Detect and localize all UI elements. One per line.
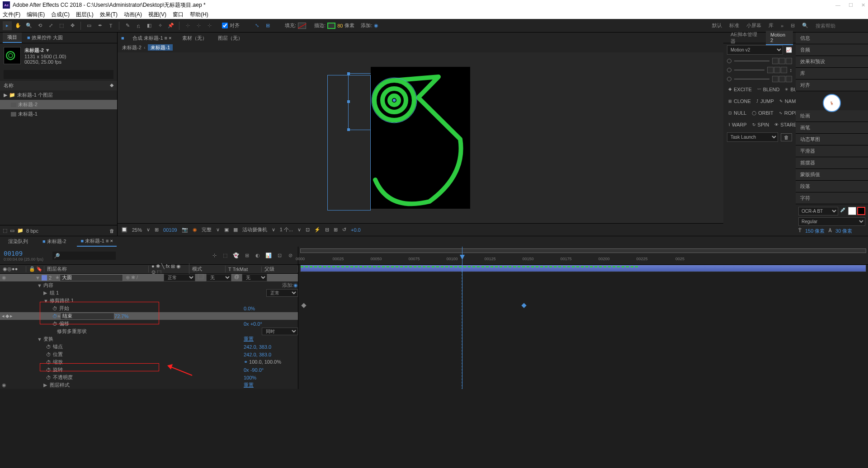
font-size-value[interactable]: 150 像素 bbox=[805, 228, 825, 234]
start-value[interactable]: 0.0% bbox=[244, 306, 298, 311]
reset-link2[interactable]: 重置 bbox=[244, 382, 298, 388]
exposure-value[interactable]: +0.0 bbox=[351, 227, 361, 233]
brush-tool-icon[interactable]: ✎ bbox=[123, 21, 132, 30]
stopwatch-icon[interactable]: ⏱ bbox=[52, 306, 57, 311]
panel-paragraph[interactable]: 段落 bbox=[796, 181, 868, 192]
panel-character[interactable]: 字符 bbox=[796, 192, 868, 204]
fill-swatch[interactable] bbox=[298, 23, 306, 29]
position-value[interactable]: 242.0, 383.0 bbox=[244, 352, 298, 357]
menu-window[interactable]: 窗口 bbox=[173, 11, 184, 19]
project-tree[interactable]: ▶📁未标题-1 个图层 未标题-2 未标题-1 bbox=[0, 90, 117, 225]
prop-end[interactable]: ◂◆▸⏱≈72.7% bbox=[0, 312, 298, 320]
panel-audio[interactable]: 音频 bbox=[796, 44, 868, 56]
draft3d-icon[interactable]: ⬚ bbox=[221, 252, 229, 260]
panel-maskinterp[interactable]: 蒙版插值 bbox=[796, 169, 868, 181]
panel-library[interactable]: 库 bbox=[796, 68, 868, 80]
col-name[interactable]: 名称 bbox=[4, 83, 14, 88]
slider3-radio[interactable] bbox=[727, 77, 731, 81]
timeline-search-input[interactable] bbox=[52, 252, 116, 260]
task-trash-icon[interactable]: 🗑 bbox=[781, 133, 792, 141]
font-select[interactable]: OCR-A BT bbox=[798, 207, 838, 215]
panel-info[interactable]: 信息 bbox=[796, 33, 868, 44]
workspace-overflow-icon[interactable]: » bbox=[781, 23, 783, 28]
resolution-icon[interactable]: ⊞ bbox=[155, 227, 159, 233]
leading-value[interactable]: 30 像素 bbox=[835, 228, 852, 234]
tab-comp1[interactable]: ■ 未标题-1 ≡ × bbox=[77, 236, 116, 247]
tab-render-queue[interactable]: 渲染队列 bbox=[5, 237, 32, 246]
offset-value[interactable]: 0x +0.0° bbox=[244, 321, 298, 327]
parent-pick-icon[interactable]: @ bbox=[234, 274, 239, 281]
col-parent[interactable]: 父级 bbox=[262, 266, 298, 272]
views-dropdown[interactable]: 1 个... bbox=[280, 226, 293, 233]
stare-button[interactable]: 👁 STARE bbox=[773, 121, 798, 129]
viewer-tab-comp[interactable]: 合成 未标题-1 ≡ × bbox=[130, 33, 175, 43]
fast-preview-icon[interactable]: ⚡ bbox=[314, 227, 321, 233]
puppet-tool-icon[interactable]: 📌 bbox=[166, 21, 175, 30]
orbit-button[interactable]: ◯ ORBIT bbox=[750, 109, 775, 117]
snap-grid-icon[interactable]: ⊞ bbox=[263, 21, 272, 30]
clone-button[interactable]: ⊞ CLONE bbox=[727, 97, 752, 105]
slider2-radio[interactable] bbox=[727, 68, 731, 72]
time-ruler[interactable]: 0000000250005000075001000012500150001750… bbox=[298, 247, 868, 265]
null-button[interactable]: ⊡ NULL bbox=[727, 109, 748, 117]
panbehind-tool-icon[interactable]: ✥ bbox=[68, 21, 77, 30]
anchor-grid-mid[interactable] bbox=[767, 67, 787, 73]
workspace-default[interactable]: 默认 bbox=[712, 22, 722, 29]
prop-trimmulti[interactable]: 修剪多重形状同时 bbox=[0, 328, 298, 335]
slider3[interactable] bbox=[734, 79, 769, 80]
layer-row[interactable]: ◉ ▼ 2 ★ ⊕ ✱ / 正常 无 @ 无 bbox=[0, 274, 298, 281]
opacity-value[interactable]: 100% bbox=[244, 375, 298, 380]
tab-comp2[interactable]: ■ 未标题-2 bbox=[39, 237, 70, 246]
view-axis-icon[interactable]: ⊹ bbox=[205, 21, 214, 30]
snapshot-icon[interactable]: 📷 bbox=[182, 227, 188, 233]
anchor-grid-top[interactable] bbox=[772, 58, 792, 64]
tab-effect-controls[interactable]: ■ 效果控件 大圆 bbox=[23, 33, 67, 42]
stroke-color-swatch[interactable] bbox=[857, 207, 865, 215]
prop-scale[interactable]: ⏱缩放⚭ 100.0, 100.0% bbox=[0, 358, 298, 366]
menu-animation[interactable]: 动画(A) bbox=[124, 11, 142, 19]
stopwatch-active-icon[interactable]: ⏱ bbox=[52, 314, 57, 319]
anchor-grid-bot[interactable] bbox=[772, 76, 792, 82]
pen-tool-icon[interactable]: ✒ bbox=[95, 21, 104, 30]
maximize-button[interactable]: ☐ bbox=[849, 2, 853, 8]
workspace-standard[interactable]: 标准 bbox=[729, 22, 739, 29]
project-item-folder[interactable]: ▶📁未标题-1 个图层 bbox=[0, 90, 117, 100]
comp-flow-icon[interactable]: ⊞ bbox=[334, 227, 338, 233]
blend-mode-select[interactable]: 正常 bbox=[164, 274, 195, 281]
deer-badge-icon[interactable]: 🦌 bbox=[823, 94, 841, 112]
panel-brush[interactable]: 画笔 bbox=[796, 122, 868, 134]
next-kf-icon[interactable]: ▸ bbox=[10, 313, 13, 319]
menu-composition[interactable]: 合成(C) bbox=[51, 11, 70, 19]
menu-help[interactable]: 帮助(H) bbox=[190, 11, 208, 19]
end-value[interactable]: 72.7% bbox=[114, 314, 169, 319]
trimmulti-select[interactable]: 同时 bbox=[262, 328, 298, 335]
prop-transform[interactable]: ▼变换重置 bbox=[0, 335, 298, 343]
viewer-tab-layer[interactable]: 图层（无） bbox=[215, 33, 245, 43]
keyframe[interactable] bbox=[301, 303, 306, 308]
prop-group1[interactable]: ▶组 1正常 bbox=[0, 289, 298, 297]
rotate-tool-icon[interactable]: ⤢ bbox=[46, 21, 55, 30]
text-tool-icon[interactable]: T bbox=[106, 21, 115, 30]
interpret-icon[interactable]: ⬚ bbox=[3, 228, 7, 234]
spin-button[interactable]: ↻ SPIN bbox=[751, 121, 771, 129]
panel-wiggler[interactable]: 摇摆器 bbox=[796, 157, 868, 169]
project-item-comp[interactable]: 未标题-1 bbox=[0, 109, 117, 119]
scale-value[interactable]: ⚭ 100.0, 100.0% bbox=[244, 359, 298, 365]
zoom-dropdown[interactable]: 25% bbox=[132, 227, 142, 233]
warp-button[interactable]: ⌇ WARP bbox=[727, 121, 748, 129]
menu-edit[interactable]: 编辑(E) bbox=[27, 11, 45, 19]
fill-color-swatch[interactable] bbox=[848, 207, 856, 215]
stopwatch-icon[interactable]: ⏱ bbox=[46, 352, 51, 357]
reset-link[interactable]: 重置 bbox=[244, 336, 298, 342]
panel-align[interactable]: 对齐 bbox=[796, 80, 868, 91]
camera-tool-icon[interactable]: ⬚ bbox=[57, 21, 66, 30]
timeline-icon[interactable]: ⊟ bbox=[325, 227, 329, 233]
transparency-icon[interactable]: ▦ bbox=[233, 227, 238, 233]
panel-smoother[interactable]: 平滑器 bbox=[796, 145, 868, 157]
panel-effects[interactable]: 效果和预设 bbox=[796, 56, 868, 68]
excite-button[interactable]: ✚ EXCITE bbox=[727, 85, 753, 94]
col-mode[interactable]: 模式 bbox=[189, 266, 226, 272]
add-kf-icon[interactable]: ◆ bbox=[5, 313, 9, 319]
prop-opacity[interactable]: ⏱不透明度100% bbox=[0, 374, 298, 381]
workspace-library[interactable]: 库 bbox=[769, 22, 774, 29]
